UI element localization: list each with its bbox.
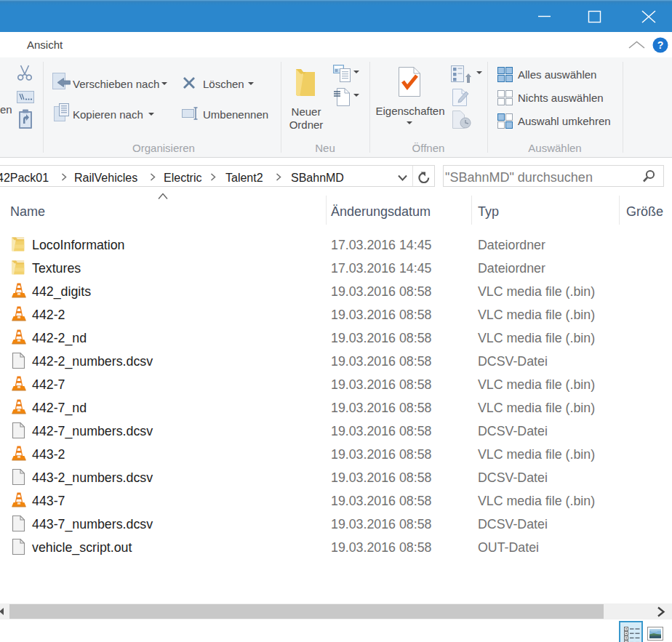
svg-text:?: ? (657, 39, 664, 51)
